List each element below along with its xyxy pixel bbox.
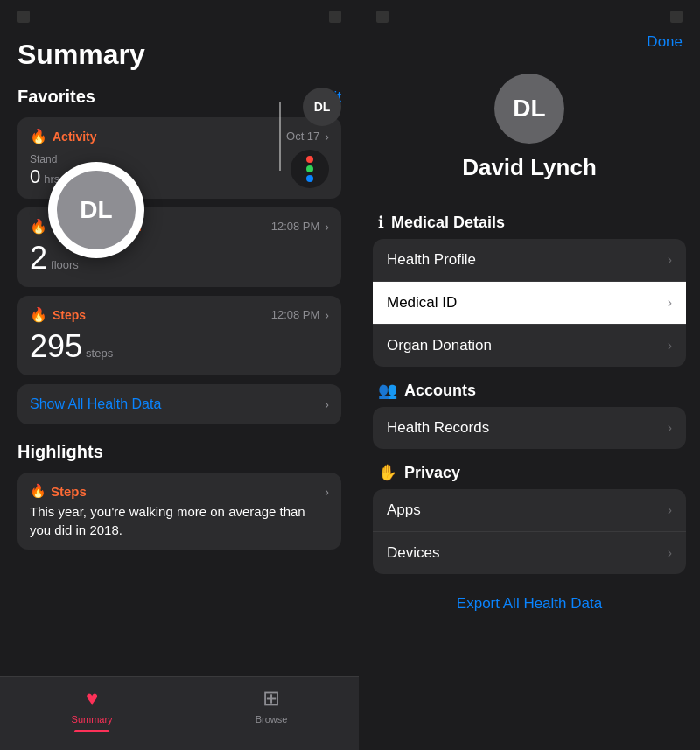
medical-id-chevron: › xyxy=(668,295,672,311)
left-status-bar xyxy=(0,0,359,30)
organ-donation-item[interactable]: Organ Donation › xyxy=(373,325,686,367)
profile-initials-large: DL xyxy=(80,196,112,224)
summary-title: Summary xyxy=(18,39,341,71)
tab-browse[interactable]: ⊞ Browse xyxy=(256,686,288,732)
right-content: ℹ Medical Details Health Profile › Medic… xyxy=(359,199,700,627)
export-label: Export All Health Data xyxy=(457,595,602,613)
health-profile-item[interactable]: Health Profile › xyxy=(373,239,686,282)
privacy-title: Privacy xyxy=(404,464,460,482)
right-status-dot-right xyxy=(670,11,682,23)
tab-bar: ♥ Summary ⊞ Browse xyxy=(0,676,359,750)
stand-value: 0 xyxy=(30,165,40,188)
devices-label: Devices xyxy=(387,544,439,562)
medical-details-section-header: ℹ Medical Details xyxy=(378,213,686,232)
devices-item[interactable]: Devices › xyxy=(373,532,686,574)
tab-summary[interactable]: ♥ Summary xyxy=(72,686,113,732)
organ-donation-chevron: › xyxy=(668,338,672,354)
steps-chevron: › xyxy=(325,308,329,322)
apps-chevron: › xyxy=(668,502,672,518)
ring-dot-green xyxy=(306,165,313,172)
accounts-title: Accounts xyxy=(404,382,476,400)
profile-overlay[interactable]: DL xyxy=(48,162,144,258)
medical-details-title: Medical Details xyxy=(391,214,505,232)
ring-dot-blue xyxy=(306,175,313,182)
stand-label: Stand xyxy=(30,153,60,165)
status-dot-left xyxy=(18,11,30,23)
heart-icon: ♥ xyxy=(86,686,98,711)
left-panel: DL DL Summary Favorites Edit 🔥 Activity … xyxy=(0,0,359,750)
steps-date: 12:08 PM xyxy=(271,308,320,321)
right-status-dot-left xyxy=(376,11,388,23)
ring-dots xyxy=(306,156,313,182)
profile-initials-small: DL xyxy=(314,100,331,114)
flame-icon-highlight: 🔥 xyxy=(30,483,46,499)
show-all-label: Show All Health Data xyxy=(30,396,161,412)
steps-card[interactable]: 🔥 Steps 12:08 PM › 295 steps xyxy=(18,296,341,375)
highlight-description: This year, you're walking more on averag… xyxy=(30,502,325,539)
right-nav: Done xyxy=(359,30,700,60)
privacy-group: Apps › Devices › xyxy=(373,489,686,574)
tab-underline xyxy=(74,730,109,732)
right-status-bar xyxy=(359,0,700,30)
floors-unit: floors xyxy=(51,258,79,271)
privacy-section-header: ✋ Privacy xyxy=(378,463,686,482)
accounts-section-header: 👥 Accounts xyxy=(378,381,686,400)
activity-title: Activity xyxy=(52,130,97,144)
export-health-data[interactable]: Export All Health Data xyxy=(373,581,686,627)
profile-button[interactable]: DL xyxy=(303,88,341,126)
hand-icon: ✋ xyxy=(378,463,397,482)
highlight-card[interactable]: 🔥 Steps This year, you're walking more o… xyxy=(18,473,341,550)
ring-dot-red xyxy=(306,156,313,163)
activity-card-header: 🔥 Activity Oct 17 › xyxy=(30,128,329,144)
flame-icon-floors: 🔥 xyxy=(30,218,47,235)
tab-summary-label: Summary xyxy=(72,714,113,725)
tab-browse-label: Browse xyxy=(256,714,288,725)
apps-label: Apps xyxy=(387,501,421,519)
grid-icon: ⊞ xyxy=(262,686,280,711)
steps-title: Steps xyxy=(52,308,86,322)
show-all-health-data[interactable]: Show All Health Data › xyxy=(18,384,341,424)
people-icon: 👥 xyxy=(378,381,397,400)
profile-avatar-large: DL xyxy=(57,171,136,249)
highlight-steps-text: Steps xyxy=(51,484,87,499)
floors-date: 12:08 PM xyxy=(271,220,320,233)
status-dot-right xyxy=(329,11,341,23)
devices-chevron: › xyxy=(668,545,672,561)
avatar: DL xyxy=(494,74,564,144)
activity-rings xyxy=(290,150,329,188)
accounts-group: Health Records › xyxy=(373,407,686,449)
right-panel: Done DL David Lynch ℹ Medical Details He… xyxy=(359,0,700,750)
activity-chevron: › xyxy=(325,130,329,144)
steps-card-header: 🔥 Steps 12:08 PM › xyxy=(30,306,329,323)
floors-value: 2 xyxy=(30,240,47,277)
avatar-initials: DL xyxy=(513,95,545,123)
done-button[interactable]: Done xyxy=(647,33,682,51)
show-all-chevron: › xyxy=(325,397,329,411)
highlights-title: Highlights xyxy=(18,442,341,462)
favorites-header: Favorites Edit xyxy=(18,87,341,107)
profile-section: DL David Lynch xyxy=(359,60,700,199)
health-records-item[interactable]: Health Records › xyxy=(373,407,686,449)
steps-unit: steps xyxy=(86,347,113,360)
activity-date: Oct 17 xyxy=(286,130,319,143)
medical-id-label: Medical ID xyxy=(387,294,457,312)
health-profile-label: Health Profile xyxy=(387,251,476,269)
organ-donation-label: Organ Donation xyxy=(387,337,492,354)
steps-value: 295 xyxy=(30,328,82,365)
medical-id-item[interactable]: Medical ID › xyxy=(373,282,686,325)
medical-details-group: Health Profile › Medical ID › Organ Dona… xyxy=(373,239,686,367)
apps-item[interactable]: Apps › xyxy=(373,489,686,532)
flame-icon-activity: 🔥 xyxy=(30,128,47,144)
floors-chevron: › xyxy=(325,220,329,234)
user-name: David Lynch xyxy=(462,154,597,181)
steps-title-row: 🔥 Steps xyxy=(30,306,86,323)
highlight-chevron: › xyxy=(325,485,329,499)
info-icon: ℹ xyxy=(378,213,384,232)
highlight-steps-label: 🔥 Steps xyxy=(30,483,325,499)
flame-icon-steps: 🔥 xyxy=(30,306,47,323)
activity-title-row: 🔥 Activity xyxy=(30,128,97,144)
health-records-chevron: › xyxy=(668,420,672,436)
favorites-label: Favorites xyxy=(18,87,95,107)
health-profile-chevron: › xyxy=(668,252,672,268)
highlight-content: 🔥 Steps This year, you're walking more o… xyxy=(30,483,325,539)
